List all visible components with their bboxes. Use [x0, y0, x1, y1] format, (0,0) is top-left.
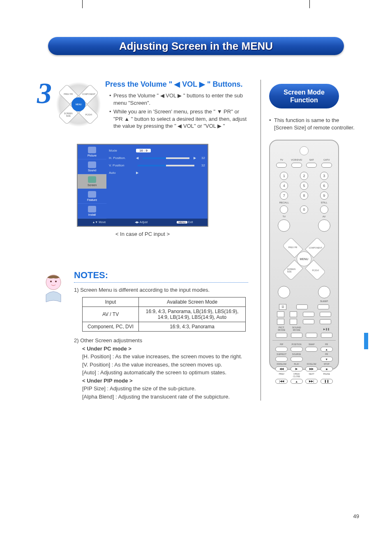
- page-tab-icon: [364, 333, 368, 349]
- screen-menu-sidebar: Picture Sound Screen Feature Install: [78, 145, 106, 219]
- menu-row-value: 16 : 9: [136, 149, 151, 152]
- menu-row-value: 32: [198, 156, 205, 160]
- table-header: Input: [83, 297, 139, 307]
- table-cell: 16:9, 4:3, Panorama, LB(16:9), LBS(16:9)…: [139, 307, 246, 322]
- svg-point-2: [55, 281, 57, 282]
- note-subheading: < Under PIP mode >: [82, 377, 248, 385]
- menu-item-install: Install: [78, 204, 106, 219]
- table-header: Available Screen Mode: [139, 297, 246, 307]
- slider-icon: [143, 157, 189, 159]
- screen-menu-main: Mode16 : 9 H. Position.◀▶32 V. Position3…: [106, 145, 208, 219]
- step-bullet: While you are in 'Screen' menu, press th…: [109, 108, 248, 130]
- dpad-diagram: COMPONENT SCREEN SIZE PREV PR PC/DVI MEN…: [56, 82, 101, 127]
- step-bullets: Press the Volume " ◀ VOL ▶ " buttons to …: [105, 92, 248, 130]
- page-title-bar: Adjusting Screen in the MENU: [48, 37, 344, 55]
- note-line: 2) Other Screen adjustments: [74, 337, 248, 345]
- menu-item-feature: Feature: [78, 189, 106, 204]
- sidebar-bullet: This function is same to the [Screen Siz…: [269, 117, 355, 131]
- note-line: [H. Position] : As the value increases, …: [112, 353, 248, 361]
- slider-icon: [138, 165, 194, 166]
- step-bullet: Press the Volume " ◀ VOL ▶ " buttons to …: [109, 92, 248, 106]
- menu-item-sound: Sound: [78, 159, 106, 174]
- remote-diagram: TVVCR/DVDSATCATV 123 456 789 RECALLSTILL…: [269, 140, 339, 370]
- page-number: 49: [353, 513, 359, 519]
- power-button-icon: [300, 146, 309, 155]
- menu-row-value: 32: [198, 164, 205, 167]
- menu-row-label: V. Position: [109, 164, 134, 167]
- menu-row-label: Mode: [109, 149, 134, 152]
- screen-menu-footer: ▲▼ Move ◀▶ Adjust MENUExit: [78, 219, 208, 226]
- figure-caption: < In case of PC input >: [37, 231, 248, 237]
- table-cell: 16:9, 4:3, Panorama: [139, 322, 246, 332]
- note-line: 1) Screen Menu is different according to…: [74, 286, 248, 294]
- remote-dpad: COMPONENT SCREEN SIZE PREV PR PC/DVI MEN…: [269, 224, 339, 294]
- menu-item-picture: Picture: [78, 145, 106, 159]
- note-subheading: < Under PC mode >: [82, 345, 248, 353]
- menu-item-screen: Screen: [78, 174, 106, 189]
- note-line: [PIP Size] : Adjusting the size of the s…: [82, 385, 248, 393]
- arrow-right-icon: ▶: [136, 171, 138, 175]
- menu-row-label: Auto: [109, 171, 134, 175]
- mode-table: InputAvailable Screen Mode AV / TV16:9, …: [82, 297, 246, 332]
- step-heading: Press the Volume " ◀ VOL ▶ " Buttons.: [105, 80, 248, 89]
- table-cell: AV / TV: [83, 307, 139, 322]
- page-title: Adjusting Screen in the MENU: [119, 40, 273, 53]
- table-cell: Component, PC, DVI: [83, 322, 139, 332]
- sidebar-pill: Screen Mode Function: [269, 84, 339, 108]
- note-line: [Auto] : Adjusting automatically the scr…: [82, 369, 248, 377]
- screen-menu-figure: Picture Sound Screen Feature Install Mod…: [77, 144, 208, 227]
- notes-avatar-icon: [37, 270, 70, 303]
- svg-point-1: [50, 281, 52, 282]
- note-line: [Alpha Blend] : Adjusting the translucen…: [82, 393, 248, 401]
- notes-heading: NOTES:: [74, 270, 248, 281]
- menu-row-label: H. Position.: [109, 156, 134, 160]
- note-line: [V. Position] : As the value increases, …: [82, 361, 248, 369]
